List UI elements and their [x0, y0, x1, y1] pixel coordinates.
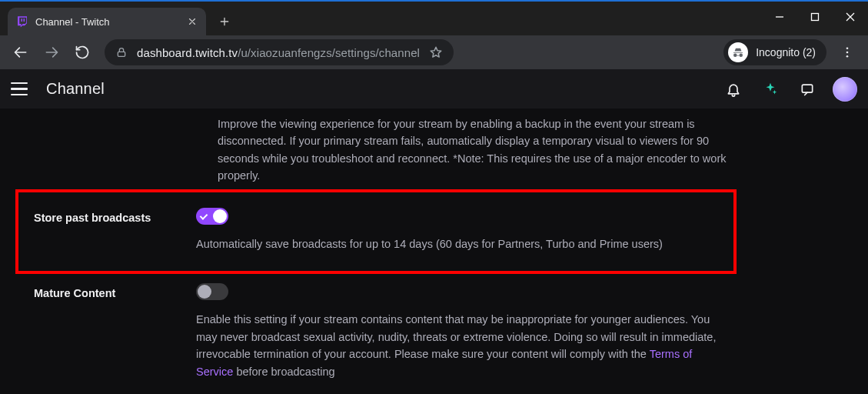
url-text: dashboard.twitch.tv/u/xiaozuanfengzs/set…	[137, 46, 420, 59]
twitch-favicon-icon	[15, 15, 29, 28]
bookmark-star-icon[interactable]	[429, 45, 443, 59]
address-bar[interactable]: dashboard.twitch.tv/u/xiaozuanfengzs/set…	[105, 39, 454, 65]
svg-point-4	[846, 55, 849, 58]
back-button[interactable]	[8, 39, 34, 65]
setting-description: Automatically save broadcasts for up to …	[196, 235, 730, 252]
avatar[interactable]	[833, 77, 857, 102]
setting-store-past-broadcasts: Store past broadcasts Automatically save…	[23, 192, 730, 268]
page-title: Channel	[46, 80, 105, 98]
disconnect-protection-description: Improve the viewing experience for your …	[23, 109, 730, 192]
tab-title: Channel - Twitch	[35, 16, 180, 28]
new-tab-button[interactable]	[214, 11, 235, 32]
incognito-label: Incognito (2)	[756, 46, 816, 58]
setting-mature-content: Mature Content Enable this setting if yo…	[23, 268, 730, 394]
browser-toolbar: dashboard.twitch.tv/u/xiaozuanfengzs/set…	[0, 35, 868, 69]
svg-point-2	[846, 47, 849, 49]
browser-tabstrip: Channel - Twitch	[0, 2, 868, 35]
setting-label: Mature Content	[23, 283, 196, 380]
browser-tab-active[interactable]: Channel - Twitch	[8, 8, 206, 35]
sparkle-icon[interactable]	[759, 78, 782, 101]
svg-rect-5	[802, 85, 812, 92]
svg-rect-1	[118, 52, 125, 56]
lock-icon	[115, 46, 128, 58]
window-close-button[interactable]	[833, 5, 868, 29]
forward-button[interactable]	[38, 39, 65, 65]
browser-menu-button[interactable]	[834, 39, 860, 65]
twitch-topnav: Channel	[0, 69, 868, 109]
chat-icon[interactable]	[796, 78, 819, 101]
setting-description: Enable this setting if your stream conta…	[196, 311, 730, 380]
reload-button[interactable]	[69, 39, 95, 65]
window-maximize-button[interactable]	[797, 5, 833, 29]
mature-content-toggle[interactable]	[196, 283, 228, 300]
notifications-icon[interactable]	[722, 78, 745, 101]
window-controls	[762, 2, 868, 32]
tab-close-button[interactable]	[186, 15, 198, 28]
incognito-icon	[728, 42, 748, 62]
settings-content: Improve the viewing experience for your …	[0, 109, 868, 394]
setting-label: Store past broadcasts	[23, 208, 196, 252]
svg-rect-0	[812, 14, 819, 21]
hamburger-menu-button[interactable]	[11, 78, 32, 100]
window-minimize-button[interactable]	[762, 5, 797, 29]
store-past-broadcasts-toggle[interactable]	[196, 208, 228, 225]
incognito-indicator[interactable]: Incognito (2)	[723, 39, 826, 65]
svg-point-3	[846, 52, 849, 54]
